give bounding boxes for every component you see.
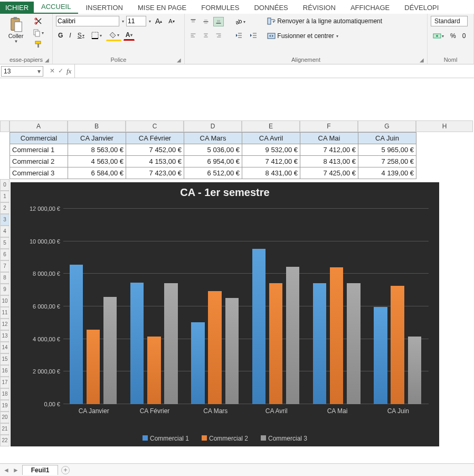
row-header[interactable]: 3 [0, 214, 10, 226]
tab-file[interactable]: ICHIER [0, 2, 34, 14]
col-header[interactable]: A [10, 120, 68, 132]
row-header[interactable]: 11 [0, 307, 10, 319]
row-header[interactable]: 12 [0, 319, 10, 330]
row-header[interactable]: 4 [0, 226, 10, 237]
cancel-formula-button[interactable]: ✕ [50, 67, 55, 76]
row-header[interactable]: 20 [0, 412, 10, 423]
font-color-button[interactable]: A▾ [124, 30, 135, 41]
decrease-indent-button[interactable] [232, 30, 245, 41]
paste-button[interactable]: Coller ▼ [3, 16, 29, 44]
chart-bar[interactable] [408, 337, 421, 404]
tab-developpeur[interactable]: DÉVELOPI [397, 2, 446, 14]
table-header[interactable]: CA Janvier [68, 133, 126, 144]
cell[interactable]: Commercial 1 [10, 144, 68, 156]
cell[interactable]: 4 139,00 € [358, 167, 416, 179]
cell[interactable]: 8 431,00 € [242, 167, 300, 179]
chart-bar[interactable] [147, 337, 160, 404]
cell[interactable]: 5 965,00 € [358, 144, 416, 156]
orientation-button[interactable]: ab▾ [232, 16, 248, 27]
col-header[interactable]: C [126, 120, 184, 132]
row-header[interactable]: 14 [0, 342, 10, 353]
row-header[interactable]: 6 [0, 249, 10, 260]
align-bottom-button[interactable] [213, 17, 224, 26]
decrease-font-button[interactable]: A▾ [166, 17, 176, 25]
table-header[interactable]: CA Avril [242, 133, 300, 144]
chart-bar[interactable] [87, 330, 100, 404]
cell[interactable]: 8 413,00 € [300, 156, 358, 167]
tab-affichage[interactable]: AFFICHAGE [343, 2, 397, 14]
cell[interactable]: 7 423,00 € [126, 167, 184, 179]
cell[interactable]: Commercial 3 [10, 167, 68, 179]
formula-input[interactable] [74, 64, 474, 78]
row-header[interactable]: 5 [0, 237, 10, 249]
add-sheet-button[interactable]: ＋ [61, 466, 70, 474]
table-header[interactable]: Commercial [10, 133, 68, 144]
align-right-button[interactable] [213, 31, 224, 40]
chart-bar[interactable] [70, 265, 83, 404]
chart-bar[interactable] [313, 283, 326, 404]
fill-color-button[interactable]: ▾ [106, 30, 121, 41]
row-header[interactable]: 2 [0, 202, 10, 214]
row-header[interactable]: 17 [0, 377, 10, 388]
increase-indent-button[interactable] [247, 30, 260, 41]
clipboard-dialog-launcher[interactable]: ◢ [45, 57, 49, 63]
cell[interactable]: 7 412,00 € [242, 156, 300, 167]
borders-button[interactable]: ▾ [89, 30, 104, 41]
row-header[interactable]: 1 [0, 191, 10, 202]
name-box[interactable]: 13▾ [1, 66, 43, 77]
accounting-format-button[interactable]: ▾ [431, 31, 446, 41]
merge-center-button[interactable]: Fusionner et centrer ▾ [265, 31, 384, 41]
select-all-corner[interactable] [0, 120, 10, 132]
col-header[interactable]: B [68, 120, 126, 132]
chart-bar[interactable] [164, 283, 177, 404]
font-name-combo[interactable] [56, 16, 119, 26]
table-header[interactable]: CA Juin [358, 133, 416, 144]
chart-bar[interactable] [374, 307, 387, 404]
col-header[interactable]: E [242, 120, 300, 132]
chart-bar[interactable] [191, 322, 204, 404]
fx-icon[interactable]: fx [67, 67, 71, 76]
cell[interactable]: 6 584,00 € [68, 167, 126, 179]
chart-bar[interactable] [225, 298, 239, 404]
percent-button[interactable]: % [448, 31, 458, 41]
align-top-button[interactable] [188, 17, 198, 26]
chart-bar[interactable] [286, 267, 299, 404]
row-header[interactable]: 9 [0, 284, 10, 295]
table-header[interactable]: CA Mars [184, 133, 242, 144]
sheet-tab[interactable]: Feuil1 [22, 465, 59, 475]
row-header[interactable]: 10 [0, 295, 10, 307]
table-header[interactable]: CA Février [126, 133, 184, 144]
row-header[interactable]: 16 [0, 365, 10, 377]
chart-bar[interactable] [347, 283, 360, 404]
tab-donnees[interactable]: DONNÉES [247, 2, 295, 14]
row-header[interactable]: 15 [0, 353, 10, 365]
col-header[interactable]: F [300, 120, 358, 132]
copy-button[interactable]: ▾ [31, 27, 46, 38]
align-middle-button[interactable] [201, 17, 211, 26]
col-header[interactable]: H [416, 120, 473, 132]
cell[interactable]: 7 425,00 € [300, 167, 358, 179]
wrap-text-button[interactable]: Renvoyer à la ligne automatiquement [265, 16, 384, 26]
tab-accueil[interactable]: ACCUEIL [34, 1, 78, 14]
cell[interactable]: 9 532,00 € [242, 144, 300, 156]
cell[interactable]: 4 563,00 € [68, 156, 126, 167]
paste-dropdown-icon[interactable]: ▼ [14, 39, 18, 44]
col-header[interactable]: G [358, 120, 416, 132]
alignment-dialog-launcher[interactable]: ◢ [420, 57, 424, 63]
underline-button[interactable]: S▾ [75, 31, 87, 40]
align-center-button[interactable] [201, 31, 211, 40]
row-header[interactable]: 8 [0, 272, 10, 284]
chart-bar[interactable] [330, 267, 343, 404]
row-header[interactable]: 0 [0, 179, 10, 191]
tab-insertion[interactable]: INSERTION [78, 2, 130, 14]
accept-formula-button[interactable]: ✓ [58, 67, 63, 76]
bold-button[interactable]: G [56, 31, 65, 40]
row-header[interactable]: 13 [0, 330, 10, 342]
align-left-button[interactable] [188, 31, 198, 40]
cell[interactable]: 7 412,00 € [300, 144, 358, 156]
cut-button[interactable] [31, 16, 46, 26]
italic-button[interactable]: I [67, 31, 73, 40]
tab-formules[interactable]: FORMULES [194, 2, 247, 14]
tab-revision[interactable]: RÉVISION [296, 2, 343, 14]
cell[interactable]: 7 452,00 € [126, 144, 184, 156]
